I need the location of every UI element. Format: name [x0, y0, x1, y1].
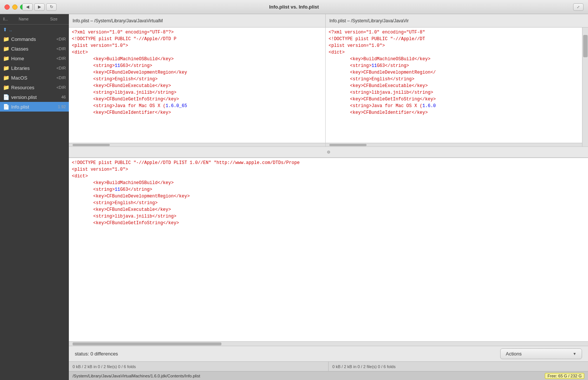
panes-row: <?xml version="1.0" encoding="UTF-8"?> <…: [69, 28, 588, 146]
merged-line-8: <key>CFBundleExecutable</key>: [69, 206, 588, 213]
sidebar-col-name: Name: [19, 17, 50, 21]
status-bar: status: 0 differences Actions ▼: [69, 346, 588, 361]
expand-button[interactable]: ⤢: [573, 3, 584, 11]
right-line-2: <!DOCTYPE plist PUBLIC "-//Apple//DT: [326, 36, 582, 42]
actions-button[interactable]: Actions ▼: [500, 348, 582, 359]
left-hscroll-thumb[interactable]: [73, 144, 110, 146]
sidebar-header: Il... Name Size: [0, 14, 69, 25]
right-line-1: <?xml version="1.0" encoding="UTF-8": [326, 29, 582, 36]
sidebar-item-version-plist[interactable]: 📄 version.plist 46: [0, 92, 69, 102]
footer-right: 0 kB / 2 kB in 0 / 2 file(s) 0 / 6 folds: [329, 362, 588, 371]
scrollbar-spacer: [582, 14, 588, 27]
sidebar-size-version: 46: [61, 95, 66, 99]
right-hscroll-thumb[interactable]: [329, 144, 367, 146]
main-layout: Il... Name Size ⬆ .. 📁 Commands <DIR 📁 C…: [0, 14, 588, 380]
refresh-button[interactable]: ↻: [46, 3, 57, 11]
folder-icon: 📁: [3, 36, 9, 42]
sidebar-size-resources: <DIR: [57, 85, 66, 90]
bottom-merged-container: <!DOCTYPE plist PUBLIC "-//Apple//DTD PL…: [69, 158, 588, 346]
right-line-4: <dict>: [326, 49, 582, 56]
merged-line-6: <key>CFBundleDevelopmentRegion</key>: [69, 193, 588, 200]
sidebar-size-classes: <DIR: [57, 46, 66, 51]
v-scroll-thumb[interactable]: [583, 35, 588, 57]
right-compare-pane[interactable]: <?xml version="1.0" encoding="UTF-8" <!D…: [326, 28, 582, 146]
left-line-8: <string>English</string>: [69, 76, 325, 83]
sidebar-item-info-plist[interactable]: 📄 Info.plist 1.92: [0, 102, 69, 112]
left-line-11: <key>CFBundleGetInfoString</key>: [69, 96, 325, 103]
content-area: Info.plist – /System/Library/Java/JavaVi…: [69, 14, 588, 380]
status-text: status: 0 differences: [75, 351, 118, 357]
actions-arrow-icon: ▼: [573, 352, 576, 356]
window-title: Info.plist vs. Info.plist: [269, 4, 319, 10]
sidebar-item-commands[interactable]: 📁 Commands <DIR: [0, 34, 69, 44]
minimize-button[interactable]: [12, 4, 17, 10]
file-icon: 📄: [3, 94, 9, 100]
sidebar-item-classes[interactable]: 📁 Classes <DIR: [0, 44, 69, 54]
footer-left: 0 kB / 2 kB in 0 / 2 file(s) 0 / 6 folds: [69, 362, 329, 371]
up-icon: ⬆: [3, 27, 7, 32]
right-line-3: <plist version="1.0">: [326, 42, 582, 49]
free-space-badge: Free: 65 G / 232 G: [545, 373, 584, 379]
folder-icon: 📁: [3, 46, 9, 52]
merged-line-9: <string>libjava.jnilib</string>: [69, 213, 588, 220]
right-line-9: <key>CFBundleExecutable</key>: [326, 83, 582, 89]
divider-area: [69, 146, 588, 158]
path-text: /System/Library/Java/JavaVirtualMachines…: [73, 374, 200, 378]
close-button[interactable]: [4, 4, 10, 10]
left-line-13: <key>CFBundleIdentifier</key>: [69, 109, 325, 116]
folder-icon: 📁: [3, 75, 9, 81]
sidebar-col-il: Il...: [3, 17, 19, 21]
left-line-12: <string>Java for Mac OS X (1.6.0_65: [69, 103, 325, 109]
right-line-6: <string>11G63</string>: [326, 62, 582, 69]
expand-button-area: ⤢: [573, 3, 584, 11]
right-line-7: <key>CFBundleDevelopmentRegion</: [326, 69, 582, 76]
sidebar-label-version: version.plist: [11, 94, 37, 100]
folder-icon: 📁: [3, 55, 9, 61]
right-line-11: <key>CFBundleGetInfoString</key>: [326, 96, 582, 103]
merged-view[interactable]: <!DOCTYPE plist PUBLIC "-//Apple//DTD PL…: [69, 158, 588, 341]
left-line-2: <!DOCTYPE plist PUBLIC "-//Apple//DTD P: [69, 36, 325, 42]
sidebar-size-commands: <DIR: [57, 37, 66, 41]
left-line-5: <key>BuildMachineOSBuild</key>: [69, 56, 325, 62]
sidebar-up-label: ..: [9, 27, 12, 32]
left-hscrollbar[interactable]: [69, 143, 325, 146]
actions-label: Actions: [506, 351, 522, 357]
actions-dropdown: Actions ▼: [500, 348, 582, 359]
path-bar: /System/Library/Java/JavaVirtualMachines…: [69, 371, 588, 380]
sidebar-label-libraries: Libraries: [11, 65, 30, 71]
sidebar-item-resources[interactable]: 📁 Resources <DIR: [0, 83, 69, 92]
title-bar: ◀ ▶ ↻ Info.plist vs. Info.plist ⤢: [0, 0, 588, 14]
top-panes-container: <?xml version="1.0" encoding="UTF-8"?> <…: [69, 28, 588, 146]
right-line-10: <string>libjava.jnilib</string>: [326, 89, 582, 96]
merged-hscrollbar[interactable]: [69, 341, 588, 346]
sidebar-size-info: 1.92: [58, 104, 66, 109]
forward-button[interactable]: ▶: [34, 3, 45, 11]
sidebar-item-libraries[interactable]: 📁 Libraries <DIR: [0, 63, 69, 73]
divider-dot: [327, 151, 330, 154]
left-line-10: <string>libjava.jnilib</string>: [69, 89, 325, 96]
merged-line-4: <key>BuildMachineOSBuild</key>: [69, 180, 588, 186]
sidebar-item-macos[interactable]: 📁 MacOS <DIR: [0, 73, 69, 83]
sidebar-up-item[interactable]: ⬆ ..: [0, 25, 69, 34]
folder-icon: 📁: [3, 65, 9, 71]
merged-line-5: <string>11G63</string>: [69, 186, 588, 193]
folder-icon: 📁: [3, 84, 9, 90]
merged-line-10: <key>CFBundleGetInfoString</key>: [69, 220, 588, 226]
sidebar-item-home[interactable]: 📁 Home <DIR: [0, 54, 69, 63]
merged-hscroll-thumb[interactable]: [73, 342, 221, 345]
right-line-12: <string>Java for Mac OS X (1.6.0: [326, 103, 582, 109]
right-hscrollbar[interactable]: [326, 143, 582, 146]
merged-line-1: <!DOCTYPE plist PUBLIC "-//Apple//DTD PL…: [69, 160, 588, 166]
sidebar-label-classes: Classes: [11, 46, 28, 52]
merged-line-7: <string>English</string>: [69, 200, 588, 206]
sidebar-col-size: Size: [50, 17, 66, 21]
sidebar-size-libraries: <DIR: [57, 66, 66, 70]
right-line-5: <key>BuildMachineOSBuild</key>: [326, 56, 582, 62]
vertical-scrollbar[interactable]: [582, 28, 588, 146]
left-compare-pane[interactable]: <?xml version="1.0" encoding="UTF-8"?> <…: [69, 28, 326, 146]
sidebar-label-info: Info.plist: [11, 104, 29, 110]
back-button[interactable]: ◀: [22, 3, 33, 11]
right-line-8: <string>English</string>: [326, 76, 582, 83]
sidebar-label-commands: Commands: [11, 36, 36, 42]
sidebar-size-home: <DIR: [57, 56, 66, 61]
